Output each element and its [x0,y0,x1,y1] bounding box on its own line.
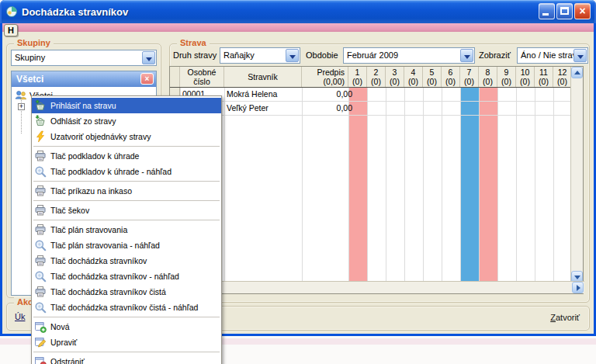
table-row[interactable]: 00001Mokrá Helena0,00 [180,88,572,102]
menu-item[interactable]: Tlač plán stravovania - náhľad [32,237,221,253]
menu-item-label: Tlač plán stravovania [50,225,127,234]
druh-stravy-value: Raňajky [224,50,255,60]
grid-line [348,88,349,283]
ukony-link[interactable]: Úk [15,312,25,321]
column-header-day[interactable]: 2(0) [367,67,386,87]
column-header-day[interactable]: 11(0) [535,67,553,87]
dropdown-arrow-icon[interactable] [460,49,473,62]
edit-icon [34,336,47,348]
scroll-right-button[interactable] [572,282,584,293]
tree-panel-close-button[interactable]: × [140,73,154,85]
grid-line [302,88,303,283]
dropdown-arrow-icon[interactable] [573,49,587,62]
menu-item[interactable]: Tlač dochádzka stravníkov čistá [32,284,221,300]
attendance-table[interactable]: Osobné číslo Stravník Predpis (0,00) 1(0… [169,66,584,294]
druh-stravy-label: Druh stravy [173,50,217,60]
druh-stravy-combobox[interactable]: Raňajky [220,47,300,64]
zatvorit-link[interactable]: Zatvoriť [550,313,580,322]
groupbox-footer: Zatvoriť [169,306,590,331]
print-preview-icon [34,239,47,251]
cell-stravnik: Veľký Peter [224,102,302,115]
obdobie-combobox[interactable]: Február 2009 [343,47,475,64]
table-row[interactable]: Veľký Peter0,00 [180,102,572,116]
column-header-day[interactable]: 10(0) [516,67,535,87]
menu-item[interactable]: Nová [32,319,221,335]
app-icon [5,5,18,18]
menu-item-label: Tlač šekov [50,206,89,215]
scroll-up-button[interactable] [571,67,583,78]
print-preview-icon [34,270,47,283]
groups-combobox[interactable]: Skupiny [11,50,157,66]
menu-item-label: Prihlásiť na stravu [50,101,116,110]
column-header-predpis[interactable]: Predpis (0,00) [302,67,348,87]
column-header-day[interactable]: 8(0) [479,67,497,87]
menu-item-label: Tlač dochádzka stravníkov - náhľad [50,272,179,281]
column-header-day[interactable]: 6(0) [442,67,460,87]
maximize-button[interactable] [556,3,573,19]
menu-separator [33,317,220,317]
day-column-band-blue [460,88,479,283]
menu-item[interactable]: Tlač príkazu na inkaso [32,183,221,199]
menu-item-label: Tlač plán stravovania - náhľad [50,241,160,250]
menu-item-label: Tlač dochádzka stravníkov čistá - náhľad [50,303,198,312]
menu-item[interactable]: Upraviť [32,335,221,350]
new-icon [34,321,47,333]
column-header-day[interactable]: 9(0) [497,67,516,87]
menu-item[interactable]: Tlač šekov [32,203,221,218]
grid-line [535,88,535,283]
day-column-band-pink [479,88,497,283]
printer-icon [34,150,47,162]
column-header-day[interactable]: 7(0) [460,67,479,87]
column-header-stravnik[interactable]: Stravník [224,67,302,87]
column-header-osobne-cislo[interactable]: Osobné číslo [180,67,224,87]
obdobie-label: Obdobie [306,50,338,60]
day-column-band-pink [348,88,367,283]
printer-icon [34,224,47,236]
menu-item-label: Upraviť [50,338,77,347]
menu-item-label: Tlač podkladov k úhrade [50,151,139,161]
obdobie-value: Február 2009 [347,50,398,60]
grid-line [460,88,461,283]
column-header-day[interactable]: 5(0) [423,67,442,87]
maximize-icon [560,7,569,15]
print-preview-icon [34,165,47,178]
menu-item[interactable]: Tlač podkladov k úhrade [32,148,221,164]
minimize-icon [542,13,549,16]
printer-icon [34,204,47,217]
column-header-day[interactable]: 3(0) [386,67,404,87]
menu-item[interactable]: Tlač plán stravovania [32,222,221,237]
grid-line [479,88,480,283]
close-button[interactable]: × [574,3,591,19]
grid-line [386,88,386,283]
minimize-button[interactable] [539,3,555,19]
dropdown-arrow-icon[interactable] [142,51,155,64]
printer-icon [34,255,47,267]
menu-item-label: Odhlásiť zo stravy [50,116,116,126]
menu-item[interactable]: Tlač dochádzka stravníkov čistá - náhľad [32,300,221,315]
menu-item-label: Uzatvoriť objednávky stravy [50,132,151,141]
horizontal-scrollbar[interactable] [170,281,584,293]
column-header-day[interactable]: 12(0) [553,67,572,87]
groups-combobox-value: Skupiny [15,53,45,62]
dropdown-arrow-icon[interactable] [286,49,299,62]
titlebar[interactable]: Dochádzka stravníkov × [0,0,596,23]
menu-item[interactable]: Odstrániť [32,354,221,364]
scroll-right-icon [577,285,580,291]
menu-item[interactable]: Tlač dochádzka stravníkov - náhľad [32,269,221,284]
zobrazit-combobox[interactable]: Áno / Nie strava [517,47,588,64]
table-header: Osobné číslo Stravník Predpis (0,00) 1(0… [170,67,572,88]
column-header-day[interactable]: 1(0) [348,67,367,87]
menu-separator [33,200,220,201]
menu-item[interactable]: Prihlásiť na stravu [32,98,221,113]
grid-line [367,88,368,283]
grid-line [442,88,442,283]
menu-item[interactable]: Tlač dochádzka stravníkov [32,253,221,269]
menu-item[interactable]: Uzatvoriť objednávky stravy [32,129,221,144]
menu-item[interactable]: Tlač podkladov k úhrade - náhľad [32,164,221,179]
h-button[interactable]: H [4,24,18,36]
scroll-down-icon [574,276,580,279]
column-header-day[interactable]: 4(0) [404,67,423,87]
cell-predpis: 0,00 [302,102,355,115]
menu-item[interactable]: Odhlásiť zo stravy [32,113,221,129]
vertical-scrollbar[interactable] [570,67,583,283]
